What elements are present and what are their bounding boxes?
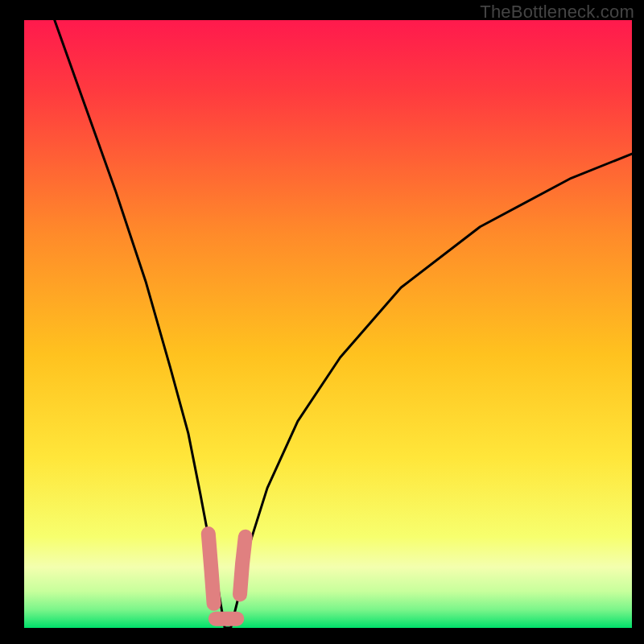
watermark-text: TheBottleneck.com [480, 2, 634, 23]
chart-frame: TheBottleneck.com [0, 0, 644, 644]
highlight-segment [208, 534, 214, 604]
highlight-segment [240, 537, 246, 595]
bottleneck-chart [0, 0, 644, 644]
plot-background [24, 20, 632, 628]
